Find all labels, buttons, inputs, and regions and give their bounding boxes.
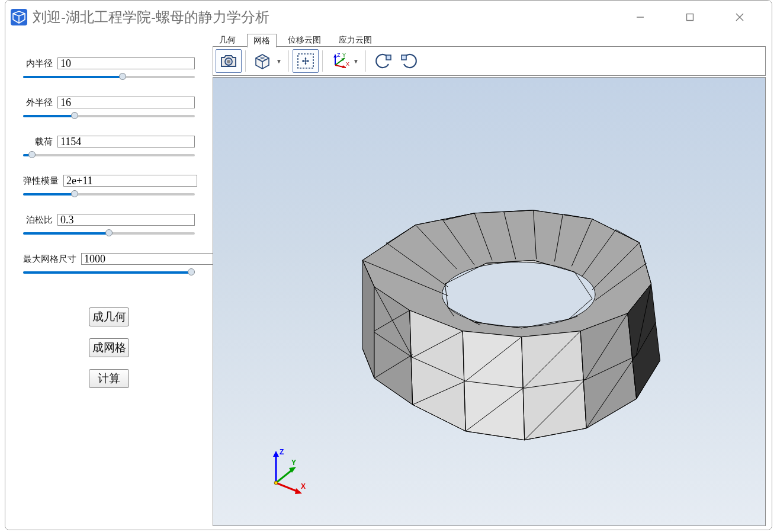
- sidebar: 内半径 外半径 载荷 弹性模量: [5, 34, 213, 530]
- svg-marker-22: [463, 331, 524, 440]
- rotate-cw-button[interactable]: [397, 49, 423, 73]
- param-group: 内半径: [23, 57, 195, 81]
- svg-rect-2: [687, 14, 693, 21]
- orientation-triad: Z Y X: [259, 446, 313, 499]
- param-input[interactable]: [57, 97, 195, 108]
- window-controls: [626, 8, 768, 27]
- param-group: 泊松比: [23, 214, 195, 238]
- param-label: 外半径: [23, 97, 57, 108]
- close-button[interactable]: [725, 8, 754, 27]
- maximize-button[interactable]: [676, 8, 704, 27]
- viewcube-button[interactable]: ▼: [249, 49, 285, 73]
- app-icon: [9, 7, 29, 27]
- param-group: 载荷: [23, 136, 195, 159]
- param-label: 内半径: [23, 58, 57, 69]
- svg-text:Z: Z: [337, 52, 341, 58]
- fit-view-button[interactable]: [293, 49, 319, 73]
- content-area: 内半径 外半径 载荷 弹性模量: [5, 34, 772, 530]
- tab[interactable]: 位移云图: [281, 33, 328, 47]
- param-slider[interactable]: [23, 267, 195, 277]
- svg-marker-23: [522, 331, 586, 440]
- param-input[interactable]: [57, 57, 195, 69]
- svg-rect-15: [402, 55, 406, 60]
- param-group: 最大网格尺寸: [23, 253, 195, 277]
- titlebar: 刘迎-湖北工程学院-螺母的静力学分析: [5, 1, 772, 34]
- param-slider[interactable]: [23, 111, 195, 120]
- svg-text:Y: Y: [342, 52, 346, 58]
- action-button[interactable]: 计算: [89, 369, 129, 388]
- svg-text:Y: Y: [291, 459, 296, 467]
- param-group: 弹性模量: [23, 175, 195, 198]
- tab[interactable]: 几何: [213, 33, 242, 47]
- action-buttons: 成几何成网格计算: [23, 307, 195, 388]
- toolbar: ▼ Z: [213, 46, 766, 76]
- param-slider[interactable]: [23, 150, 195, 159]
- main-area: 几何网格位移云图应力云图 ▼: [213, 34, 772, 530]
- action-button[interactable]: 成网格: [89, 338, 129, 357]
- window-title: 刘迎-湖北工程学院-螺母的静力学分析: [33, 8, 626, 27]
- param-input[interactable]: [81, 253, 215, 265]
- 3d-viewport[interactable]: Z Y X: [213, 77, 766, 526]
- param-input[interactable]: [57, 136, 195, 148]
- rotate-ccw-button[interactable]: [370, 49, 396, 73]
- tabs: 几何网格位移云图应力云图: [213, 34, 772, 47]
- param-label: 载荷: [23, 136, 57, 148]
- app-window: 刘迎-湖北工程学院-螺母的静力学分析 内半径 外半径: [5, 0, 772, 530]
- param-input[interactable]: [57, 214, 195, 226]
- tab[interactable]: 网格: [247, 34, 277, 47]
- screenshot-button[interactable]: [216, 49, 242, 73]
- axes-button[interactable]: Z Y X ▼: [326, 49, 362, 73]
- param-input[interactable]: [63, 175, 197, 187]
- tab[interactable]: 应力云图: [332, 33, 378, 47]
- param-slider[interactable]: [23, 72, 195, 81]
- svg-text:X: X: [346, 61, 349, 67]
- svg-point-6: [227, 60, 230, 63]
- param-label: 弹性模量: [23, 175, 63, 187]
- param-label: 泊松比: [23, 214, 57, 226]
- param-group: 外半径: [23, 97, 195, 120]
- chevron-down-icon: ▼: [276, 58, 282, 65]
- param-label: 最大网格尺寸: [23, 254, 81, 265]
- param-slider[interactable]: [23, 228, 195, 238]
- svg-rect-14: [386, 55, 391, 60]
- svg-text:X: X: [301, 482, 306, 491]
- svg-point-100: [274, 481, 278, 485]
- chevron-down-icon: ▼: [353, 58, 359, 65]
- action-button[interactable]: 成几何: [89, 307, 129, 326]
- svg-marker-24: [580, 313, 637, 428]
- svg-text:Z: Z: [280, 448, 284, 456]
- minimize-button[interactable]: [626, 8, 654, 27]
- param-slider[interactable]: [23, 189, 195, 198]
